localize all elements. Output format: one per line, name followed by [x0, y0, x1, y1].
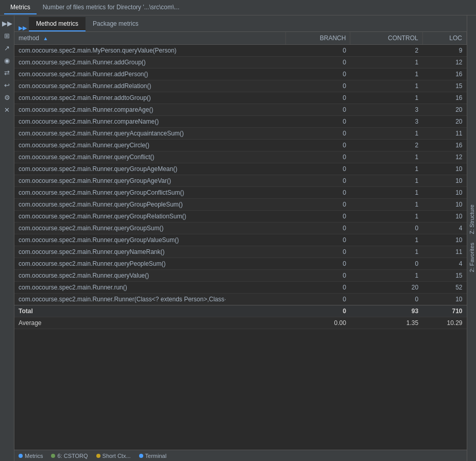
- cell-branch: 0: [286, 104, 350, 116]
- table-row[interactable]: com.oocourse.spec2.main.Runner.addGroup(…: [14, 57, 467, 69]
- cell-loc: 12: [422, 151, 466, 163]
- table-row[interactable]: com.oocourse.spec2.main.Runner.queryAcqu…: [14, 128, 467, 140]
- table-row[interactable]: com.oocourse.spec2.main.Runner.run()0205…: [14, 282, 467, 294]
- tab-metrics[interactable]: Metrics: [4, 1, 37, 14]
- table-row[interactable]: com.oocourse.spec2.main.Runner.queryCirc…: [14, 140, 467, 151]
- cell-control: 1: [350, 211, 422, 223]
- cell-loc: 15: [422, 80, 466, 92]
- left-sidebar: ▶▶ ⊞ ↗ ◉ ⇄ ↩ ⚙ ✕: [0, 15, 14, 461]
- diff-icon[interactable]: ⇄: [2, 67, 13, 78]
- table-row[interactable]: com.oocourse.spec2.main.Runner.queryGrou…: [14, 163, 467, 175]
- table-row[interactable]: com.oocourse.spec2.main.Runner.queryGrou…: [14, 223, 467, 234]
- close-icon[interactable]: ✕: [2, 104, 13, 115]
- metrics-table-container[interactable]: method ▲ BRANCH CONTROL LOC com.oocourse…: [14, 32, 467, 450]
- column-method[interactable]: method ▲: [14, 32, 286, 45]
- dot-terminal: [139, 454, 143, 458]
- table-row[interactable]: com.oocourse.spec2.main.Runner.addtoGrou…: [14, 92, 467, 104]
- cell-loc: 11: [422, 246, 466, 258]
- table-row[interactable]: com.oocourse.spec2.main.Runner.queryConf…: [14, 151, 467, 163]
- cell-control: 0: [350, 294, 422, 305]
- cell-control: 3: [350, 116, 422, 128]
- cell-branch: 0: [286, 57, 350, 69]
- total-branch: 0: [286, 305, 350, 317]
- forward-arrow-icon: ▶▶: [19, 25, 27, 31]
- cell-branch: 0: [286, 234, 350, 246]
- cell-loc: 11: [422, 128, 466, 140]
- cell-loc: 52: [422, 282, 466, 294]
- cell-branch: 0: [286, 258, 350, 270]
- cell-loc: 20: [422, 104, 466, 116]
- cell-branch: 0: [286, 92, 350, 104]
- cell-loc: 15: [422, 270, 466, 282]
- cell-control: 1: [350, 151, 422, 163]
- cell-control: 1: [350, 57, 422, 69]
- undo-icon[interactable]: ↩: [2, 79, 13, 91]
- filter-icon[interactable]: ⊞: [2, 30, 13, 41]
- right-label-z-favorites[interactable]: 2: Favorites: [468, 238, 476, 276]
- cell-branch: 0: [286, 163, 350, 175]
- table-row[interactable]: com.oocourse.spec2.main.Runner.compareNa…: [14, 116, 467, 128]
- cell-method: com.oocourse.spec2.main.Runner.queryValu…: [14, 270, 286, 282]
- status-shortctx-label: Short Ctx...: [103, 453, 131, 459]
- average-row: Average 0.00 1.35 10.29: [14, 317, 467, 329]
- cell-loc: 4: [422, 258, 466, 270]
- cell-loc: 16: [422, 92, 466, 104]
- tab-method-metrics[interactable]: Method metrics: [29, 17, 86, 31]
- status-cstorq-label: 6: CSTORQ: [57, 453, 88, 459]
- export-icon[interactable]: ↗: [2, 42, 13, 54]
- right-sidebar: Z: Structure 2: Favorites: [467, 15, 476, 461]
- cell-control: 1: [350, 270, 422, 282]
- cell-method: com.oocourse.spec2.main.Runner.queryPeop…: [14, 258, 286, 270]
- status-metrics[interactable]: Metrics: [19, 453, 43, 459]
- cell-loc: 10: [422, 199, 466, 211]
- table-row[interactable]: com.oocourse.spec2.main.Runner.queryValu…: [14, 270, 467, 282]
- cell-control: 1: [350, 69, 422, 80]
- run-icon[interactable]: ▶▶: [2, 18, 13, 29]
- cell-control: 1: [350, 80, 422, 92]
- column-control[interactable]: CONTROL: [350, 32, 422, 45]
- column-loc[interactable]: LOC: [422, 32, 466, 45]
- status-terminal[interactable]: Terminal: [139, 453, 167, 459]
- column-branch[interactable]: BRANCH: [286, 32, 350, 45]
- camera-icon[interactable]: ◉: [2, 55, 13, 66]
- cell-branch: 0: [286, 128, 350, 140]
- table-row[interactable]: com.oocourse.spec2.main.Runner.addRelati…: [14, 80, 467, 92]
- cell-control: 2: [350, 45, 422, 57]
- cell-loc: 10: [422, 294, 466, 305]
- cell-branch: 0: [286, 140, 350, 151]
- top-tab-bar: Metrics Number of files metrics for Dire…: [0, 0, 476, 15]
- status-cstorq[interactable]: 6: CSTORQ: [51, 453, 88, 459]
- right-label-z-structure[interactable]: Z: Structure: [468, 200, 476, 238]
- cell-branch: 0: [286, 151, 350, 163]
- cell-method: com.oocourse.spec2.main.Runner.queryConf…: [14, 151, 286, 163]
- cell-control: 1: [350, 246, 422, 258]
- settings-icon[interactable]: ⚙: [2, 92, 13, 103]
- table-row[interactable]: com.oocourse.spec2.main.Runner.queryGrou…: [14, 211, 467, 223]
- cell-method: com.oocourse.spec2.main.Runner.queryGrou…: [14, 223, 286, 234]
- cell-branch: 0: [286, 175, 350, 187]
- cell-loc: 12: [422, 57, 466, 69]
- table-row[interactable]: com.oocourse.spec2.main.Runner.queryGrou…: [14, 175, 467, 187]
- table-row[interactable]: com.oocourse.spec2.main.Runner.queryPeop…: [14, 258, 467, 270]
- total-label: Total: [14, 305, 286, 317]
- table-row[interactable]: com.oocourse.spec2.main.Runner.queryGrou…: [14, 199, 467, 211]
- status-shortctx[interactable]: Short Ctx...: [96, 453, 131, 459]
- average-branch: 0.00: [286, 317, 350, 329]
- cell-method: com.oocourse.spec2.main.Runner.compareAg…: [14, 104, 286, 116]
- table-row[interactable]: com.oocourse.spec2.main.Runner.addPerson…: [14, 69, 467, 80]
- cell-method: com.oocourse.spec2.main.Runner.queryGrou…: [14, 163, 286, 175]
- cell-control: 2: [350, 140, 422, 151]
- table-row[interactable]: com.oocourse.spec2.main.Runner.queryGrou…: [14, 234, 467, 246]
- cell-loc: 10: [422, 211, 466, 223]
- table-row[interactable]: com.oocourse.spec2.main.Runner.queryName…: [14, 246, 467, 258]
- status-bar: Metrics 6: CSTORQ Short Ctx... Terminal: [14, 450, 467, 461]
- cell-method: com.oocourse.spec2.main.Runner.addRelati…: [14, 80, 286, 92]
- cell-control: 1: [350, 175, 422, 187]
- table-row[interactable]: com.oocourse.spec2.main.Runner.compareAg…: [14, 104, 467, 116]
- table-row[interactable]: com.oocourse.spec2.main.MyPerson.queryVa…: [14, 45, 467, 57]
- table-row[interactable]: com.oocourse.spec2.main.Runner.Runner(Cl…: [14, 294, 467, 305]
- cell-branch: 0: [286, 223, 350, 234]
- table-row[interactable]: com.oocourse.spec2.main.Runner.queryGrou…: [14, 187, 467, 199]
- tab-package-metrics[interactable]: Package metrics: [86, 17, 146, 31]
- tab-number-files[interactable]: Number of files metrics for Directory '.…: [37, 1, 186, 14]
